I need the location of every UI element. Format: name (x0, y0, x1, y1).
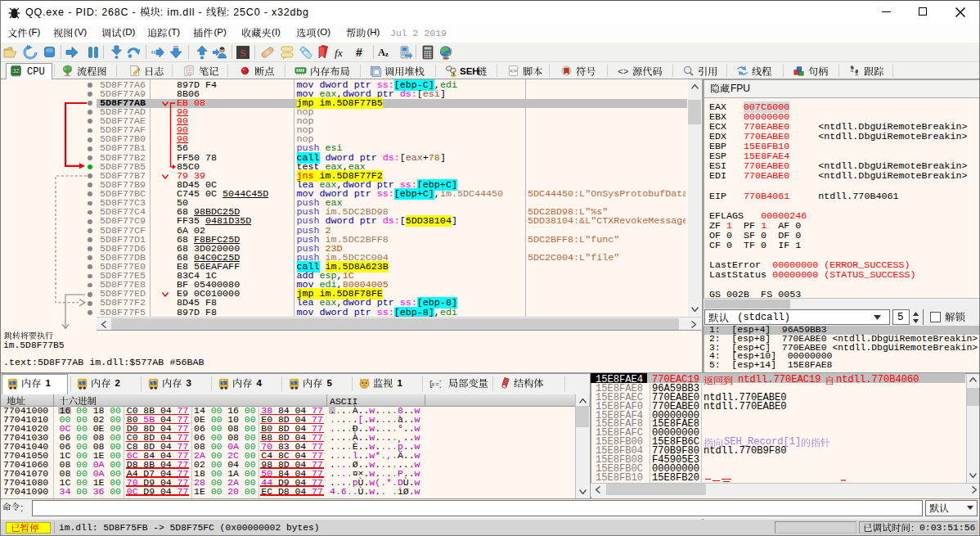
svg-text:z: z (385, 50, 389, 58)
svg-text:<>: <> (618, 67, 629, 77)
svg-text:!: ! (452, 72, 454, 77)
svg-text:S: S (240, 47, 245, 59)
svg-text:]: ] (438, 380, 441, 389)
svg-text:x: x (430, 380, 434, 388)
svg-text:A: A (378, 47, 385, 58)
svg-text:#: # (356, 46, 362, 59)
svg-text:<>: <> (510, 68, 518, 74)
svg-text:fx: fx (335, 47, 343, 59)
svg-text:32: 32 (13, 68, 20, 74)
